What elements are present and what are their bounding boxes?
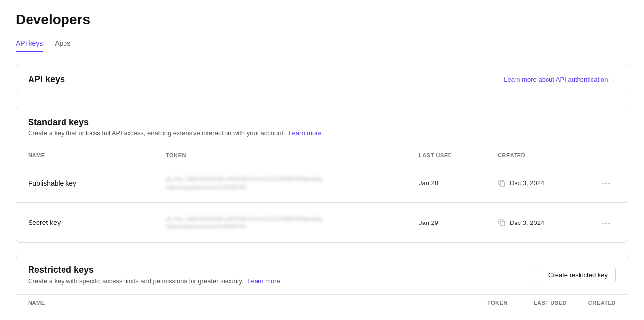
key-token: pk_live_5aBcDeFgHiJkLmNoPqRsTuVwXyZ01234… (166, 175, 323, 191)
col-created-header: CREATED (567, 300, 616, 306)
restricted-keys-desc: Create a key with specific access limits… (28, 277, 535, 285)
svg-rect-1 (500, 221, 505, 225)
table-row: Secret key sk_live_5aBcDeFgHiJkLmNoPqRsT… (16, 203, 628, 242)
standard-keys-learn-more-link[interactable]: Learn more (289, 129, 321, 137)
more-options-button[interactable]: ··· (596, 216, 616, 230)
restricted-keys-learn-more-link[interactable]: Learn more (247, 277, 280, 285)
create-restricted-key-button[interactable]: + Create restricted key (535, 267, 616, 283)
col-created-header: CREATED (498, 152, 596, 158)
api-keys-header-card: API keys Learn more about API authentica… (16, 64, 628, 95)
key-name: Publishable key (28, 179, 166, 187)
key-token: sk_live_5aBcDeFgHiJkLmNoPqRsTuVwXyZ01234… (166, 215, 323, 231)
standard-keys-desc: Create a key that unlocks full API acces… (28, 129, 322, 137)
standard-keys-title: Standard keys (28, 117, 322, 128)
svg-rect-0 (500, 182, 505, 186)
key-name: Secret key (28, 219, 166, 226)
key-created-date: Dec 3, 2024 (510, 179, 544, 187)
copy-icon[interactable] (498, 219, 506, 226)
standard-keys-header: Standard keys Create a key that unlocks … (16, 107, 628, 147)
standard-keys-info: Standard keys Create a key that unlocks … (28, 117, 322, 137)
no-restricted-keys-message: No restricted keys (16, 311, 628, 320)
learn-more-api-auth-link[interactable]: Learn more about API authentication → (504, 76, 616, 83)
tab-api-keys[interactable]: API keys (16, 35, 43, 52)
restricted-keys-header: Restricted keys Create a key with specif… (16, 255, 628, 294)
col-token-header: TOKEN (458, 300, 508, 306)
table-row: Publishable key pk_live_5aBcDeFgHiJkLmNo… (16, 163, 628, 203)
restricted-keys-title: Restricted keys (28, 265, 535, 275)
restricted-keys-table: NAME TOKEN LAST USED CREATED No restrict… (16, 294, 628, 320)
col-name-header: NAME (28, 152, 166, 158)
col-token-header: TOKEN (166, 152, 419, 158)
api-keys-section-title: API keys (28, 74, 65, 85)
key-last-used: Jan 28 (419, 179, 498, 187)
more-options-button[interactable]: ··· (596, 176, 616, 190)
copy-icon[interactable] (498, 179, 506, 187)
col-last-used-header: LAST USED (419, 152, 498, 158)
restricted-keys-table-header: NAME TOKEN LAST USED CREATED (16, 295, 628, 311)
key-created-cell: Dec 3, 2024 (498, 179, 596, 187)
key-last-used: Jan 29 (419, 219, 498, 226)
standard-keys-table: NAME TOKEN LAST USED CREATED Publishable… (16, 147, 628, 242)
col-last-used-header: LAST USED (508, 300, 567, 306)
col-actions-header (596, 152, 616, 158)
restricted-keys-info: Restricted keys Create a key with specif… (28, 265, 535, 285)
restricted-keys-card: Restricted keys Create a key with specif… (16, 255, 628, 320)
tabs-nav: API keys Apps (16, 35, 628, 52)
col-name-header: NAME (28, 300, 458, 306)
standard-keys-table-header: NAME TOKEN LAST USED CREATED (16, 147, 628, 163)
key-created-date: Dec 3, 2024 (510, 219, 544, 226)
standard-keys-card: Standard keys Create a key that unlocks … (16, 107, 628, 243)
page-title: Developers (16, 12, 628, 28)
tab-apps[interactable]: Apps (55, 35, 70, 52)
page-container: Developers API keys Apps API keys Learn … (0, 0, 644, 320)
key-created-cell: Dec 3, 2024 (498, 219, 596, 226)
